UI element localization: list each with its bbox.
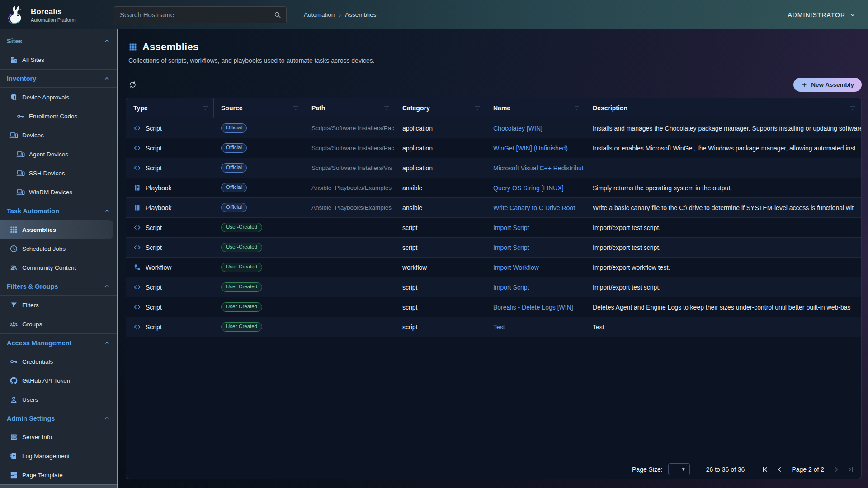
sidebar-item-label: Page Template <box>22 472 63 479</box>
sidebar-section-label: Access Management <box>7 339 71 347</box>
cell-type: Script <box>126 238 214 257</box>
code-icon <box>133 124 141 132</box>
page-title: Assemblies <box>142 41 198 53</box>
column-header-source[interactable]: Source <box>214 98 304 118</box>
new-assembly-button[interactable]: New Assembly <box>793 78 862 92</box>
sidebar-item-enrollment-codes[interactable]: Enrollment Codes <box>0 107 117 126</box>
type-label: Playbook <box>146 204 172 211</box>
cell-type: Playbook <box>126 198 214 217</box>
code-icon <box>133 224 141 231</box>
first-page-button[interactable] <box>761 465 769 474</box>
sidebar-item-filters[interactable]: Filters <box>0 296 117 314</box>
filter-icon[interactable] <box>292 104 299 112</box>
search-input[interactable] <box>120 11 274 19</box>
sidebar-item-page-template[interactable]: Page Template <box>0 465 117 484</box>
assembly-link[interactable]: Chocolatey [WIN] <box>493 125 542 132</box>
assembly-link[interactable]: Test <box>493 324 505 331</box>
source-badge: Official <box>221 123 247 133</box>
sidebar-item-winrm-devices[interactable]: WinRM Devices <box>0 183 117 202</box>
code-icon <box>133 144 141 152</box>
sidebar-item-log-management[interactable]: Log Management <box>0 446 117 465</box>
sidebar-item-label: Credentials <box>22 358 53 365</box>
sidebar-item-label: Groups <box>22 321 42 328</box>
sidebar-item-github-api-token[interactable]: GitHub API Token <box>0 371 117 390</box>
sidebar-item-devices[interactable]: Devices <box>0 126 117 145</box>
user-menu[interactable]: ADMINISTRATOR <box>788 11 856 19</box>
filter-icon[interactable] <box>849 104 856 112</box>
filter-icon[interactable] <box>202 104 209 112</box>
assembly-link[interactable]: Microsoft Visual C++ Redistribut <box>493 164 584 172</box>
last-page-button[interactable] <box>847 465 855 474</box>
column-header-path[interactable]: Path <box>304 98 395 118</box>
assembly-link[interactable]: Query OS String [LINUX] <box>493 184 564 192</box>
refresh-button[interactable] <box>128 80 137 89</box>
cell-path <box>304 317 395 337</box>
assembly-link[interactable]: Import Script <box>493 224 529 231</box>
sidebar-item-credentials[interactable]: Credentials <box>0 352 117 371</box>
page-size-select[interactable]: ▼ <box>668 463 690 475</box>
sidebar-item-ssh-devices[interactable]: SSH Devices <box>0 164 117 183</box>
table-row: PlaybookOfficialAnsible_Playbooks/Exampl… <box>126 178 861 197</box>
groups-icon <box>9 320 18 328</box>
cell-source: User-Created <box>214 317 304 337</box>
cell-source: User-Created <box>214 277 304 297</box>
filter-icon[interactable] <box>474 104 481 112</box>
sidebar-item-label: Devices <box>22 132 44 139</box>
sidebar-section-header-filters-groups[interactable]: Filters & Groups <box>0 277 117 296</box>
assembly-link[interactable]: Borealis - Delete Logs [WIN] <box>493 304 573 311</box>
assembly-link[interactable]: Import Script <box>493 284 529 291</box>
log-icon <box>9 452 18 460</box>
column-header-description[interactable]: Description <box>585 98 861 118</box>
next-page-button[interactable] <box>832 465 840 474</box>
sidebar-section-header-admin-settings[interactable]: Admin Settings <box>0 409 117 427</box>
sidebar-section-header-sites[interactable]: Sites <box>0 32 117 50</box>
filter-icon[interactable] <box>573 104 580 112</box>
code-icon <box>133 323 141 331</box>
sidebar-item-agent-devices[interactable]: Agent Devices <box>0 145 117 164</box>
cell-path <box>304 218 395 237</box>
cell-name: Microsoft Visual C++ Redistribut <box>486 158 585 178</box>
cell-path <box>304 277 395 297</box>
column-header-label: Category <box>402 104 430 112</box>
page-subtitle: Collections of scripts, workflows, and p… <box>128 57 868 64</box>
sidebar-item-assemblies[interactable]: Assemblies <box>0 220 113 239</box>
column-header-category[interactable]: Category <box>395 98 486 118</box>
cell-type: Script <box>126 118 214 138</box>
sidebar-section-header-task-automation[interactable]: Task Automation <box>0 202 117 220</box>
breadcrumb-item-assemblies[interactable]: Assemblies <box>345 11 376 18</box>
sidebar-item-device-approvals[interactable]: Device Approvals <box>0 88 117 107</box>
sidebar-section-header-inventory[interactable]: Inventory <box>0 70 117 88</box>
source-badge: Official <box>221 183 247 192</box>
table-row: ScriptOfficialScripts/Software Installer… <box>126 158 861 178</box>
previous-page-button[interactable] <box>775 465 783 474</box>
assembly-link[interactable]: Import Script <box>493 244 529 251</box>
filter-icon[interactable] <box>383 104 390 112</box>
breadcrumb-item-automation[interactable]: Automation <box>304 11 335 18</box>
cell-path: Ansible_Playbooks/Examples <box>304 178 395 197</box>
sidebar-item-label: Log Management <box>22 453 70 460</box>
cell-path <box>304 297 395 317</box>
column-header-type[interactable]: Type <box>126 98 214 118</box>
assembly-link[interactable]: Write Canary to C Drive Root <box>493 204 575 211</box>
sidebar-item-users[interactable]: Users <box>0 390 117 409</box>
cell-category: script <box>395 218 486 237</box>
sidebar-item-groups[interactable]: Groups <box>0 314 117 333</box>
search-box[interactable] <box>114 6 287 23</box>
type-label: Script <box>146 224 162 231</box>
brand: Borealis Automation Platform <box>0 4 114 26</box>
devices-icon <box>16 150 25 159</box>
assembly-link[interactable]: WinGet [WIN] (Unfinished) <box>493 145 568 152</box>
sidebar-section-header-access-management[interactable]: Access Management <box>0 334 117 352</box>
sidebar-item-all-sites[interactable]: All Sites <box>0 50 117 69</box>
cell-description: Import/export workflow test. <box>585 258 861 277</box>
column-header-name[interactable]: Name <box>486 98 585 118</box>
table-row: ScriptUser-CreatedscriptImport ScriptImp… <box>126 237 861 257</box>
source-badge: Official <box>221 203 247 212</box>
sidebar-item-server-info[interactable]: Server Info <box>0 427 117 446</box>
cell-name: Chocolatey [WIN] <box>486 118 585 138</box>
assembly-link[interactable]: Import Workflow <box>493 264 539 271</box>
sidebar-item-scheduled-jobs[interactable]: Scheduled Jobs <box>0 239 117 258</box>
type-label: Script <box>146 145 162 152</box>
sidebar-section-label: Sites <box>7 38 23 45</box>
sidebar-item-community-content[interactable]: Community Content <box>0 258 117 277</box>
